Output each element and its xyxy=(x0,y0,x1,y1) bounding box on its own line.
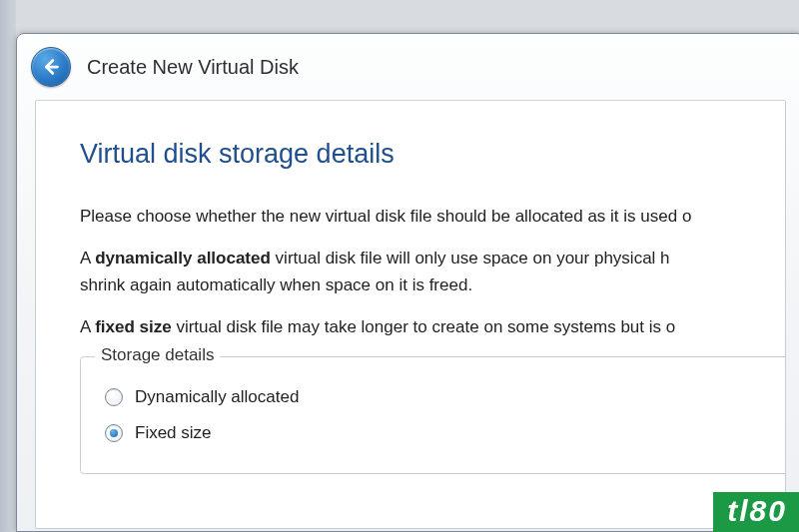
watermark: tl80 xyxy=(713,492,799,532)
fixed-desc: A fixed size virtual disk file may take … xyxy=(80,314,745,340)
fixed-strong: fixed size xyxy=(95,317,172,336)
dynamic-strong: dynamically allocated xyxy=(95,249,271,267)
intro-text: Please choose whether the new virtual di… xyxy=(80,204,745,230)
dynamic-prefix: A xyxy=(80,249,95,267)
titlebar: Create New Virtual Disk xyxy=(17,34,799,100)
dynamic-desc: A dynamically allocated virtual disk fil… xyxy=(80,246,745,298)
storage-details-group: Storage details Dynamically allocated Fi… xyxy=(80,356,786,474)
fixed-prefix: A xyxy=(80,317,95,336)
arrow-left-icon xyxy=(40,56,62,78)
wizard-window: Create New Virtual Disk Virtual disk sto… xyxy=(16,33,799,532)
group-legend: Storage details xyxy=(95,345,220,365)
fixed-rest: virtual disk file may take longer to cre… xyxy=(172,317,676,336)
dynamic-rest: virtual disk file will only use space on… xyxy=(271,249,670,267)
radio-fixed-size[interactable]: Fixed size xyxy=(103,415,776,451)
dynamic-line2: shrink again automatically when space on… xyxy=(80,275,472,294)
window-title: Create New Virtual Disk xyxy=(87,56,299,79)
radio-label: Fixed size xyxy=(135,423,212,443)
content-panel: Virtual disk storage details Please choo… xyxy=(35,100,786,529)
radio-indicator xyxy=(105,388,123,406)
radio-label: Dynamically allocated xyxy=(135,387,299,407)
page-heading: Virtual disk storage details xyxy=(80,139,745,170)
radio-indicator xyxy=(105,424,123,442)
back-button[interactable] xyxy=(31,47,71,87)
radio-dynamically-allocated[interactable]: Dynamically allocated xyxy=(103,379,776,415)
background-strip xyxy=(0,0,16,532)
